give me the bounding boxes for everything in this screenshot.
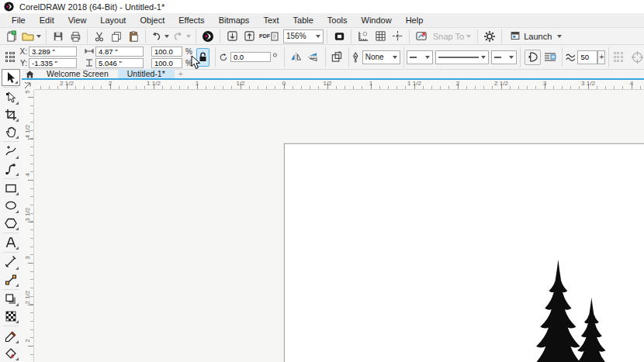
window-title: CorelDRAW 2018 (64-Bit) - Untitled-1* xyxy=(19,2,164,12)
import-button[interactable] xyxy=(224,29,240,44)
menu-edit[interactable]: Edit xyxy=(33,14,61,26)
open-document-button[interactable] xyxy=(21,29,42,44)
fullscreen-preview-button[interactable] xyxy=(331,29,347,44)
smoothing-input[interactable] xyxy=(577,50,597,64)
launch-caret[interactable] xyxy=(557,35,562,38)
object-origin-grid[interactable] xyxy=(5,52,15,63)
undo-dropdown-caret[interactable] xyxy=(164,35,169,38)
target-crosshair-icon[interactable] xyxy=(631,50,644,65)
v-ruler-label: 5 xyxy=(24,88,31,97)
snap-to-caret[interactable] xyxy=(466,35,471,38)
search-content-button[interactable] xyxy=(200,29,216,44)
transparency-tool[interactable] xyxy=(2,308,20,325)
print-button[interactable] xyxy=(68,29,83,44)
menu-window[interactable]: Window xyxy=(355,14,399,26)
menu-text[interactable]: Text xyxy=(256,14,286,26)
shape-tool[interactable] xyxy=(2,88,20,105)
snap-to-dropdown[interactable]: Snap To xyxy=(433,32,471,41)
start-arrowhead-caret[interactable] xyxy=(425,56,430,59)
launch-button[interactable]: Launch xyxy=(506,29,566,44)
show-guidelines-button[interactable] xyxy=(390,29,405,44)
pine-tree[interactable] xyxy=(639,304,644,362)
ellipse-tool[interactable] xyxy=(2,197,20,214)
menu-table[interactable]: Table xyxy=(286,14,320,26)
object-height-input[interactable] xyxy=(95,58,144,68)
menu-layout[interactable]: Layout xyxy=(93,14,133,26)
snap-off-button[interactable] xyxy=(414,29,429,44)
outline-width-caret[interactable] xyxy=(393,56,397,59)
lock-ratio-button[interactable] xyxy=(196,48,209,67)
h-ruler-label: 2 xyxy=(456,80,459,87)
menu-tools[interactable]: Tools xyxy=(320,14,355,26)
rectangle-tool[interactable] xyxy=(2,180,20,197)
interactive-fill-tool[interactable] xyxy=(2,345,20,362)
horizontal-ruler[interactable]: 2 1/221 1/211/201/211 1/222 1/233 1/24 xyxy=(34,80,644,90)
mirror-horizontal-button[interactable] xyxy=(289,50,304,65)
save-button[interactable] xyxy=(50,29,66,44)
scale-horizontal-input[interactable] xyxy=(151,47,182,57)
document-tab-bar: Welcome ScreenUntitled-1* + xyxy=(22,70,644,78)
redo-button[interactable] xyxy=(171,29,192,44)
options-button[interactable] xyxy=(482,29,497,44)
pan-tool[interactable] xyxy=(2,123,20,140)
drop-shadow-tool[interactable] xyxy=(2,291,20,308)
menu-help[interactable]: Help xyxy=(399,14,431,26)
end-arrowhead-combo[interactable] xyxy=(491,50,517,64)
pine-trees-artwork[interactable] xyxy=(34,90,644,362)
menu-file[interactable]: File xyxy=(5,14,33,26)
parallel-dimension-tool[interactable] xyxy=(2,253,20,271)
object-width-input[interactable] xyxy=(95,47,144,57)
start-arrowhead-combo[interactable] xyxy=(407,50,432,64)
connector-tool[interactable] xyxy=(2,271,20,288)
app-window: CorelDRAW 2018 (64-Bit) - Untitled-1* Fi… xyxy=(0,0,644,362)
document-tab-untitled-1-[interactable]: Untitled-1* xyxy=(118,69,175,78)
mirror-vertical-button[interactable] xyxy=(306,50,321,65)
drawing-canvas[interactable] xyxy=(34,90,644,362)
x-position-input[interactable] xyxy=(29,47,77,57)
rect-icon xyxy=(5,182,17,195)
document-tab-welcome-screen[interactable]: Welcome Screen xyxy=(37,69,118,78)
new-tab-button[interactable]: + xyxy=(175,69,187,78)
menu-view[interactable]: View xyxy=(61,14,94,26)
undo-button[interactable] xyxy=(150,29,170,44)
polygon-tool[interactable] xyxy=(2,215,20,232)
vertical-ruler[interactable]: 54 1/243 1/232 1/22 xyxy=(22,90,34,362)
end-arrowhead-caret[interactable] xyxy=(509,56,514,59)
text-tool[interactable] xyxy=(2,234,20,251)
paste-button[interactable] xyxy=(126,29,141,44)
show-rulers-button[interactable] xyxy=(355,29,371,44)
copy-button[interactable] xyxy=(109,29,124,44)
color-eyedropper-tool[interactable] xyxy=(2,327,20,344)
redo-dropdown-caret[interactable] xyxy=(186,35,191,38)
new-document-button[interactable] xyxy=(4,29,19,44)
wrap-paragraph-text-button[interactable] xyxy=(525,50,541,65)
toolbox-separator xyxy=(3,326,19,326)
open-dropdown-caret[interactable] xyxy=(36,35,41,38)
cut-button[interactable] xyxy=(92,29,107,44)
zoom-level-combo[interactable]: 156% xyxy=(283,29,324,43)
scale-vertical-input[interactable] xyxy=(151,58,182,68)
b-spline-tool[interactable] xyxy=(2,160,20,178)
pick-tool[interactable] xyxy=(2,69,20,86)
welcome-home-button[interactable] xyxy=(22,70,37,78)
menu-object[interactable]: Object xyxy=(133,14,171,26)
line-style-caret[interactable] xyxy=(481,56,486,59)
menu-bitmaps[interactable]: Bitmaps xyxy=(212,14,257,26)
y-position-input[interactable] xyxy=(29,58,77,68)
zoom-level-caret[interactable] xyxy=(316,35,320,38)
crop-tool[interactable] xyxy=(2,106,20,123)
menu-effects[interactable]: Effects xyxy=(171,14,211,26)
export-button[interactable] xyxy=(241,29,257,44)
outline-width-combo[interactable]: None xyxy=(362,50,400,64)
line-style-combo[interactable] xyxy=(435,50,489,64)
coreldraw-logo-icon xyxy=(4,2,14,12)
smoothing-spinner[interactable]: + xyxy=(597,50,605,64)
rotation-angle-input[interactable] xyxy=(230,52,271,62)
freehand-tool[interactable] xyxy=(2,143,20,160)
combine-objects-button[interactable] xyxy=(329,50,345,65)
y-position-label: Y: xyxy=(19,59,27,67)
show-grid-button[interactable] xyxy=(372,29,388,44)
text-wrap-options-button[interactable] xyxy=(542,50,558,65)
publish-to-pdf-button[interactable]: PDF xyxy=(258,29,279,44)
title-bar: CorelDRAW 2018 (64-Bit) - Untitled-1* xyxy=(0,0,644,13)
